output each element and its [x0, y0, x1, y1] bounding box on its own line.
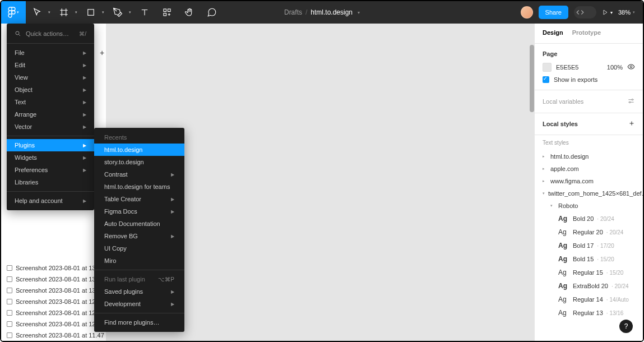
text-style-item[interactable]: AgRegular 1515/20 — [543, 266, 635, 279]
code-icon — [576, 8, 584, 16]
text-style-item[interactable]: AgBold 1717/20 — [543, 239, 635, 252]
page-section: Page E5E5E5 100% Show in exports — [535, 44, 643, 90]
breadcrumb-separator: / — [305, 8, 307, 16]
page-color-swatch[interactable] — [543, 63, 552, 72]
styles-body: Text styles ▸html.to.design ▸apple.com ▸… — [535, 135, 643, 341]
svg-point-5 — [630, 66, 632, 68]
text-styles-label: Text styles — [543, 140, 635, 146]
ag-icon: Ag — [558, 255, 569, 263]
help-button[interactable]: ? — [619, 320, 633, 333]
play-icon — [602, 9, 609, 16]
svg-point-7 — [629, 101, 631, 103]
sliders-icon[interactable] — [627, 97, 635, 106]
move-tool[interactable]: ▾ — [26, 1, 53, 24]
visibility-icon[interactable] — [627, 63, 635, 72]
pen-tool[interactable]: ▾ — [106, 1, 133, 24]
page-opacity[interactable]: 100% — [607, 64, 623, 71]
ag-icon: Ag — [558, 269, 569, 276]
ag-icon: Ag — [558, 228, 569, 236]
hand-tool[interactable] — [178, 1, 201, 24]
svg-rect-2 — [164, 9, 166, 12]
breadcrumb[interactable]: Drafts / html.to.design ▾ — [284, 8, 360, 16]
resources-tool[interactable] — [156, 1, 178, 24]
toolbar-left: ▾ ▾ ▾ ▾ ▾ — [1, 1, 223, 24]
text-tool[interactable] — [133, 1, 156, 24]
ag-icon: Ag — [558, 295, 569, 303]
right-panel-tabs: Design Prototype — [535, 24, 643, 44]
present-button[interactable]: ▾ — [602, 9, 613, 16]
page-hex[interactable]: E5E5E5 — [556, 64, 603, 71]
style-group-twitter[interactable]: ▾twitter_com_home_1425×681_def… — [543, 187, 635, 200]
text-style-item[interactable]: AgExtraBold 2020/24 — [543, 279, 635, 293]
font-family-group[interactable]: ▾Roboto — [543, 200, 635, 212]
dev-mode-toggle[interactable] — [574, 6, 596, 19]
share-button[interactable]: Share — [539, 6, 568, 19]
chevron-down-icon: ▾ — [358, 10, 360, 15]
tab-prototype[interactable]: Prototype — [572, 29, 601, 43]
text-style-item[interactable]: AgRegular 1313/16 — [543, 306, 635, 320]
svg-rect-3 — [168, 9, 171, 12]
text-style-item[interactable]: AgBold 1515/20 — [543, 252, 635, 266]
ag-icon: Ag — [558, 309, 569, 317]
canvas-scrollbar[interactable] — [530, 45, 534, 112]
style-group[interactable]: ▸www.figma.com — [543, 175, 635, 187]
breadcrumb-file: html.to.design — [311, 8, 353, 16]
breadcrumb-parent: Drafts — [284, 8, 302, 16]
frame-tool[interactable]: ▾ — [53, 1, 80, 24]
page-title: Page — [543, 50, 635, 57]
text-style-item[interactable]: AgRegular 2020/24 — [543, 225, 635, 239]
text-style-item[interactable]: AgBold 2020/24 — [543, 212, 635, 225]
ag-icon: Ag — [558, 215, 569, 223]
local-styles-header: Local styles — [535, 113, 643, 135]
add-style-button[interactable] — [628, 120, 635, 128]
svg-rect-1 — [88, 10, 94, 16]
ag-icon: Ag — [558, 282, 569, 290]
tab-design[interactable]: Design — [543, 29, 563, 43]
figma-logo-icon — [8, 7, 16, 18]
svg-point-0 — [12, 11, 15, 14]
zoom-control[interactable]: 38%▾ — [618, 9, 635, 16]
local-variables-section[interactable]: Local variables — [535, 90, 643, 113]
svg-rect-4 — [164, 13, 166, 16]
top-toolbar: ▾ ▾ ▾ ▾ ▾ Drafts / html.to.design ▾ Shar… — [1, 1, 643, 24]
main-area: Design Prototype Page E5E5E5 100% Show i… — [1, 24, 643, 341]
style-group[interactable]: ▸html.to.design — [543, 150, 635, 163]
right-panel: Design Prototype Page E5E5E5 100% Show i… — [534, 24, 643, 341]
ag-icon: Ag — [558, 242, 569, 249]
svg-point-6 — [632, 99, 633, 100]
shape-tool[interactable]: ▾ — [80, 1, 106, 24]
style-group[interactable]: ▸apple.com — [543, 163, 635, 175]
show-in-exports-checkbox[interactable] — [543, 76, 549, 83]
show-in-exports-label: Show in exports — [554, 76, 597, 83]
comment-tool[interactable] — [201, 1, 223, 24]
avatar[interactable] — [521, 6, 533, 19]
text-style-item[interactable]: AgRegular 1414/Auto — [543, 293, 635, 306]
toolbar-right: Share ▾ 38%▾ — [521, 1, 643, 24]
figma-menu-button[interactable]: ▾ — [1, 1, 26, 24]
